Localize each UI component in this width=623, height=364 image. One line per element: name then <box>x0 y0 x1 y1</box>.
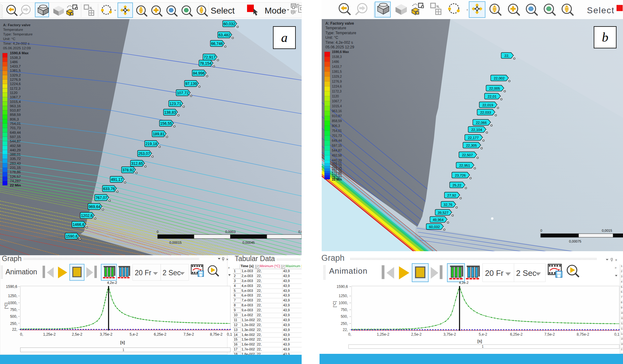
svg-text:Unit: °C: Unit: °C <box>3 37 15 41</box>
svg-text:22 Min: 22 Min <box>10 183 21 187</box>
svg-text:1466,6: 1466,6 <box>72 223 84 227</box>
svg-text:1172,3: 1172,3 <box>10 87 20 90</box>
svg-text:231,15: 231,15 <box>10 166 21 170</box>
svg-text:×: × <box>226 257 229 262</box>
svg-text:»: » <box>228 266 230 269</box>
svg-text:20 Fr: 20 Fr <box>135 269 151 277</box>
svg-text:1276,9: 1276,9 <box>10 78 21 81</box>
svg-text:701,73: 701,73 <box>332 134 342 137</box>
svg-text:189,81: 189,81 <box>153 132 164 136</box>
svg-text:0,00045: 0,00045 <box>242 241 255 244</box>
svg-text:963,16: 963,16 <box>332 109 342 113</box>
svg-text:1120: 1120 <box>332 94 339 98</box>
svg-text:1: 1 <box>482 345 484 348</box>
svg-text:1015,4: 1015,4 <box>332 104 342 108</box>
svg-text:78,154: 78,154 <box>200 61 211 66</box>
svg-text:378,92: 378,92 <box>122 168 134 172</box>
svg-text:05.06.2025 12:29: 05.06.2025 12:29 <box>325 45 354 49</box>
svg-text:1590,6 Max: 1590,6 Max <box>332 50 349 54</box>
svg-text:544,87: 544,87 <box>332 149 342 152</box>
svg-text:219,18: 219,18 <box>145 142 157 146</box>
svg-text:283,43: 283,43 <box>10 162 21 165</box>
svg-text:388,01: 388,01 <box>10 153 21 156</box>
svg-text:Unit: °C: Unit: °C <box>325 35 338 40</box>
svg-text:Time: 4,2e-002 s: Time: 4,2e-002 s <box>325 40 353 45</box>
svg-text:Temperature: Temperature <box>325 26 346 30</box>
svg-text:1: 1 <box>122 348 124 352</box>
svg-text:22,507: 22,507 <box>462 153 473 157</box>
svg-text:0,00015: 0,00015 <box>169 241 182 244</box>
svg-text:63,482: 63,482 <box>218 33 230 37</box>
svg-text:A: Factory valve: A: Factory valve <box>325 21 354 26</box>
svg-text:0,0015: 0,0015 <box>602 229 612 232</box>
svg-text:107,72: 107,72 <box>177 91 188 95</box>
svg-text:1015,4: 1015,4 <box>10 100 21 104</box>
svg-text:806,3: 806,3 <box>332 124 340 128</box>
svg-text:1486: 1486 <box>332 60 339 63</box>
svg-text:74,287: 74,287 <box>10 179 21 183</box>
svg-text:2 Sec: 2 Sec <box>163 269 181 277</box>
svg-text:Select: Select <box>211 6 235 15</box>
svg-text:1276,9: 1276,9 <box>332 80 342 83</box>
svg-text:22,951: 22,951 <box>459 164 470 167</box>
svg-text:1433,7: 1433,7 <box>332 65 342 68</box>
svg-text:910,87: 910,87 <box>10 108 21 112</box>
svg-text:84,996: 84,996 <box>193 71 204 76</box>
svg-text:22,066: 22,066 <box>476 121 487 125</box>
svg-text:60,032: 60,032 <box>429 225 440 229</box>
svg-text:1067,7: 1067,7 <box>10 95 21 99</box>
svg-text:Select: Select <box>587 6 615 15</box>
svg-text:A: Factory valve: A: Factory valve <box>3 23 31 27</box>
svg-text:2 Sec: 2 Sec <box>516 269 536 277</box>
svg-text:Time: 4,2e-002 s: Time: 4,2e-002 s <box>3 42 30 45</box>
svg-text:32,76: 32,76 <box>444 203 452 207</box>
svg-text:1538,3: 1538,3 <box>10 56 21 59</box>
svg-text:×: × <box>615 258 617 262</box>
svg-text:1067,7: 1067,7 <box>332 99 342 103</box>
svg-text:Temperature: Temperature <box>3 28 23 31</box>
svg-text:138,83: 138,83 <box>164 110 176 115</box>
svg-text:22,104: 22,104 <box>471 128 482 132</box>
svg-text:1381,5: 1381,5 <box>10 69 21 72</box>
svg-text:25,22: 25,22 <box>452 183 461 187</box>
svg-text:1172,3: 1172,3 <box>332 89 341 93</box>
svg-text:492,58: 492,58 <box>332 153 342 157</box>
svg-text:22,: 22, <box>505 54 510 58</box>
svg-text:806,3: 806,3 <box>10 117 19 121</box>
svg-text:1381,5: 1381,5 <box>332 70 342 73</box>
svg-text:312,65: 312,65 <box>131 162 143 166</box>
svg-text:97,139: 97,139 <box>185 82 197 86</box>
svg-text:1202,6: 1202,6 <box>81 214 93 218</box>
svg-text:1590,6: 1590,6 <box>66 234 77 239</box>
svg-text:767,07: 767,07 <box>95 196 107 200</box>
svg-text:754,01: 754,01 <box>332 129 342 133</box>
svg-text:22,305: 22,305 <box>466 144 477 147</box>
svg-text:1433,7: 1433,7 <box>10 64 21 68</box>
svg-text:969,64: 969,64 <box>89 205 100 209</box>
svg-text:Type: Temperature: Type: Temperature <box>3 32 33 36</box>
svg-text:253,07: 253,07 <box>138 152 150 156</box>
svg-text:597,15: 597,15 <box>332 144 342 147</box>
svg-text:0,0003: 0,0003 <box>225 230 236 234</box>
svg-text:1329,2: 1329,2 <box>332 75 342 78</box>
svg-text:22,005: 22,005 <box>489 87 500 90</box>
svg-text:72,917: 72,917 <box>204 55 215 59</box>
svg-text:49,964: 49,964 <box>433 218 444 222</box>
svg-text:544,87: 544,87 <box>10 139 21 143</box>
svg-text:440,29: 440,29 <box>10 148 21 152</box>
svg-text:0,0: 0,0 <box>298 230 302 234</box>
svg-text:491,17: 491,17 <box>111 178 122 182</box>
svg-text:910,87: 910,87 <box>332 114 342 118</box>
svg-text:39,527: 39,527 <box>438 211 448 215</box>
svg-text:701,73: 701,73 <box>10 126 21 130</box>
svg-text:60,032: 60,032 <box>223 22 235 26</box>
svg-text:633,76: 633,76 <box>103 187 115 191</box>
svg-text:0,00075: 0,00075 <box>569 239 581 243</box>
svg-text:335,72: 335,72 <box>10 157 21 161</box>
svg-text:156,55: 156,55 <box>160 121 172 126</box>
svg-text:1538,3: 1538,3 <box>332 55 342 59</box>
svg-text:123,71: 123,71 <box>169 102 181 106</box>
svg-text:858,59: 858,59 <box>332 119 342 123</box>
svg-text:754,01: 754,01 <box>10 122 21 125</box>
svg-text:126,57: 126,57 <box>10 175 21 178</box>
